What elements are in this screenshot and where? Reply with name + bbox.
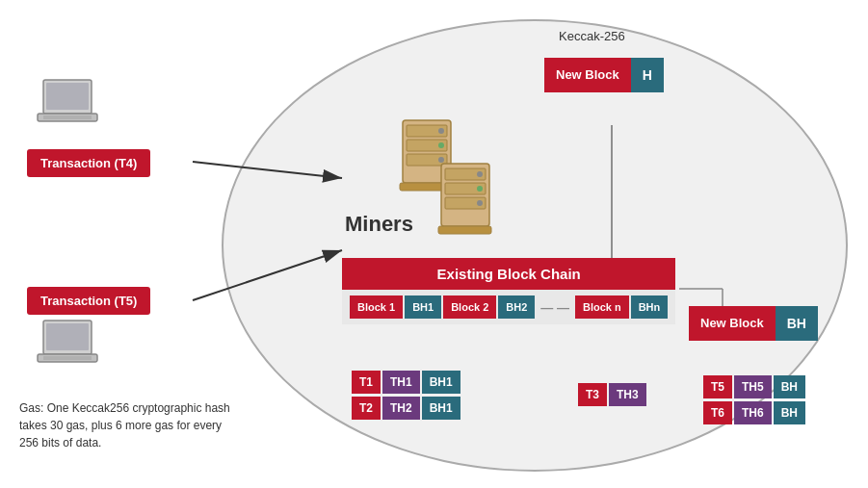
tx-th5: TH5 bbox=[734, 375, 772, 398]
keccak-label: Keccak-256 bbox=[559, 29, 625, 43]
tx-bh1-b: BH1 bbox=[422, 397, 460, 420]
svg-point-30 bbox=[477, 171, 483, 177]
existing-chain-container: Existing Block Chain Block 1 BH1 Block 2… bbox=[342, 258, 675, 324]
tx-group-2: T3 TH3 bbox=[578, 383, 646, 409]
tx-th2: TH2 bbox=[382, 397, 420, 420]
new-block-top-hash: H bbox=[631, 58, 664, 92]
server-2 bbox=[434, 159, 496, 239]
new-block-bottom-label: New Block bbox=[689, 306, 776, 341]
miners-label: Miners bbox=[345, 212, 413, 237]
svg-rect-10 bbox=[38, 114, 97, 121]
tx-group-1: T1 TH1 BH1 T2 TH2 BH1 bbox=[352, 371, 460, 423]
chain-bh1: BH1 bbox=[405, 295, 441, 319]
chain-bhn: BHn bbox=[631, 295, 669, 319]
svg-rect-9 bbox=[46, 83, 89, 110]
existing-chain-header: Existing Block Chain bbox=[342, 258, 675, 290]
new-block-top-label: New Block bbox=[544, 58, 631, 92]
tx-t6: T6 bbox=[703, 401, 732, 424]
svg-point-23 bbox=[438, 142, 444, 148]
tx-bh-a: BH bbox=[774, 375, 805, 398]
tx-row-t2: T2 TH2 BH1 bbox=[352, 397, 460, 420]
svg-point-31 bbox=[477, 186, 483, 192]
tx-row-t1: T1 TH1 BH1 bbox=[352, 371, 460, 394]
chain-block-1: Block 1 bbox=[350, 295, 403, 319]
tx-t5: T5 bbox=[703, 375, 732, 398]
svg-point-22 bbox=[438, 128, 444, 134]
chain-dashes: — — bbox=[540, 300, 569, 315]
laptop-t5 bbox=[34, 318, 101, 371]
tx-t2: T2 bbox=[352, 397, 381, 420]
svg-rect-33 bbox=[438, 226, 491, 234]
tx-bh-b: BH bbox=[774, 401, 805, 424]
chain-block-n: Block n bbox=[575, 295, 629, 319]
chain-blocks-row: Block 1 BH1 Block 2 BH2 — — Block n BHn bbox=[342, 290, 675, 324]
tx-th3: TH3 bbox=[609, 383, 646, 406]
new-block-bottom-hash: BH bbox=[776, 306, 818, 341]
tx-th1: TH1 bbox=[382, 371, 420, 394]
tx-t3: T3 bbox=[578, 383, 607, 406]
tx-row-t6: T6 TH6 BH bbox=[703, 401, 805, 424]
chain-bh2: BH2 bbox=[498, 295, 535, 319]
tx-bh1-a: BH1 bbox=[422, 371, 460, 394]
gas-text: Gas: One Keccak256 cryptographic hash ta… bbox=[19, 399, 231, 451]
tx-group-3: T5 TH5 BH T6 TH6 BH bbox=[703, 375, 805, 427]
svg-rect-15 bbox=[38, 354, 97, 362]
svg-rect-14 bbox=[46, 323, 89, 350]
chain-block-2: Block 2 bbox=[443, 295, 496, 319]
tx-t1: T1 bbox=[352, 371, 381, 394]
laptop-t4 bbox=[34, 77, 101, 130]
transaction-t5: Transaction (T5) bbox=[27, 287, 150, 315]
tx-row-t3: T3 TH3 bbox=[578, 383, 646, 406]
svg-point-32 bbox=[477, 200, 483, 206]
transaction-t4: Transaction (T4) bbox=[27, 149, 150, 177]
tx-row-t5: T5 TH5 BH bbox=[703, 375, 805, 398]
new-block-bottom: New Block BH bbox=[689, 306, 818, 341]
new-block-top: New Block H bbox=[544, 58, 664, 92]
tx-th6: TH6 bbox=[734, 401, 772, 424]
